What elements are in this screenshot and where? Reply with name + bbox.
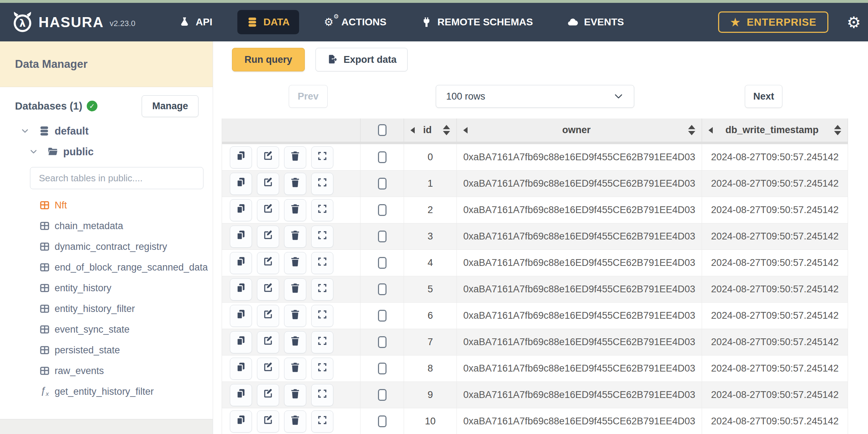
sidebar-table-item[interactable]: Nft [0,195,213,216]
sidebar-table-item[interactable]: event_sync_state [0,319,213,340]
sort-icon[interactable] [688,125,695,135]
table-icon [39,345,50,355]
copy-row-button[interactable] [230,384,252,406]
next-page-button[interactable]: Next [745,85,782,108]
row-checkbox[interactable] [378,151,387,163]
row-checkbox[interactable] [378,389,387,401]
row-checkbox[interactable] [378,415,387,427]
row-checkbox[interactable] [378,178,387,190]
copy-row-button[interactable] [230,278,252,301]
trash-icon [289,229,301,243]
row-checkbox[interactable] [378,363,387,374]
expand-row-button[interactable] [311,146,333,168]
row-checkbox[interactable] [378,257,387,269]
export-data-label: Export data [344,54,397,65]
delete-row-button[interactable] [284,173,306,195]
expand-row-button[interactable] [311,278,333,301]
delete-row-button[interactable] [284,305,306,327]
copy-row-button[interactable] [230,146,252,168]
table-row: 30xaBA7161A7fb69c88e16ED9f455CE62B791EE4… [222,223,848,250]
row-checkbox[interactable] [378,283,387,295]
delete-row-button[interactable] [284,226,306,248]
hasura-logo[interactable]: λ HASURA v2.23.0 [12,12,135,32]
enterprise-button[interactable]: ★ ENTERPRISE [718,11,828,33]
sidebar-item-label: get_entity_history_filter [55,386,154,397]
edit-row-button[interactable] [257,358,279,380]
expand-row-button[interactable] [311,410,333,433]
edit-row-button[interactable] [257,278,279,301]
sort-icon[interactable] [834,125,841,135]
prev-page-button[interactable]: Prev [289,85,328,108]
collapse-column-icon[interactable] [463,127,468,133]
delete-row-button[interactable] [284,410,306,433]
copy-row-button[interactable] [230,252,252,274]
copy-row-button[interactable] [230,173,252,195]
rows-per-page-select[interactable]: 100 rows [436,85,634,108]
sidebar-table-item[interactable]: entity_history_filter [0,298,213,319]
edit-row-button[interactable] [257,331,279,353]
expand-row-button[interactable] [311,305,333,327]
flask-icon [179,16,190,28]
sidebar-table-item[interactable]: end_of_block_range_scanned_data [0,257,213,278]
expand-row-button[interactable] [311,358,333,380]
sidebar-table-item[interactable]: persisted_state [0,340,213,360]
settings-gear-icon[interactable]: ⚙ [847,13,861,31]
expand-row-button[interactable] [311,199,333,221]
delete-row-button[interactable] [284,146,306,168]
edit-row-button[interactable] [257,305,279,327]
row-checkbox[interactable] [378,204,387,216]
row-select-cell [360,171,404,197]
edit-row-button[interactable] [257,410,279,433]
tree-item-public[interactable]: public [0,141,213,162]
delete-row-button[interactable] [284,199,306,221]
run-query-button[interactable]: Run query [232,48,305,71]
copy-row-button[interactable] [230,226,252,248]
collapse-column-icon[interactable] [410,127,415,133]
edit-row-button[interactable] [257,173,279,195]
row-checkbox[interactable] [378,336,387,348]
tab-data[interactable]: DATA [237,10,299,34]
tab-events[interactable]: EVENTS [558,10,633,34]
copy-row-button[interactable] [230,358,252,380]
copy-row-button[interactable] [230,199,252,221]
sidebar-function-item[interactable]: ƒxget_entity_history_filter [0,381,213,402]
tab-actions[interactable]: ⚙ ⚙ ACTIONS [315,10,396,35]
expand-row-button[interactable] [311,226,333,248]
row-checkbox[interactable] [378,310,387,322]
edit-row-button[interactable] [257,146,279,168]
svg-text:λ: λ [19,17,26,29]
expand-row-button[interactable] [311,331,333,353]
delete-row-button[interactable] [284,384,306,406]
delete-row-button[interactable] [284,252,306,274]
select-all-checkbox[interactable] [378,124,387,136]
delete-row-button[interactable] [284,278,306,301]
sidebar-table-item[interactable]: entity_history [0,278,213,298]
delete-row-button[interactable] [284,331,306,353]
edit-row-button[interactable] [257,384,279,406]
copy-row-button[interactable] [230,305,252,327]
tab-api[interactable]: API [170,10,222,34]
expand-row-button[interactable] [311,384,333,406]
copy-row-button[interactable] [230,331,252,353]
chevron-down-icon[interactable] [20,126,30,136]
edit-row-button[interactable] [257,252,279,274]
edit-row-button[interactable] [257,226,279,248]
sidebar-table-item[interactable]: dynamic_contract_registry [0,236,213,257]
sidebar-table-item[interactable]: raw_events [0,360,213,381]
tree-item-default[interactable]: default [0,121,213,141]
search-tables-input[interactable] [30,167,203,189]
edit-row-button[interactable] [257,199,279,221]
expand-row-button[interactable] [311,252,333,274]
collapse-column-icon[interactable] [708,127,713,133]
manage-button[interactable]: Manage [142,95,198,117]
delete-row-button[interactable] [284,358,306,380]
copy-row-button[interactable] [230,410,252,433]
chevron-down-icon[interactable] [29,147,39,157]
sort-icon[interactable] [443,125,450,135]
export-data-button[interactable]: Export data [316,48,408,71]
tab-remote-schemas[interactable]: REMOTE SCHEMAS [412,10,542,34]
expand-row-button[interactable] [311,173,333,195]
table-row: 80xaBA7161A7fb69c88e16ED9f455CE62B791EE4… [222,355,848,382]
sidebar-table-item[interactable]: chain_metadata [0,216,213,236]
row-checkbox[interactable] [378,231,387,242]
